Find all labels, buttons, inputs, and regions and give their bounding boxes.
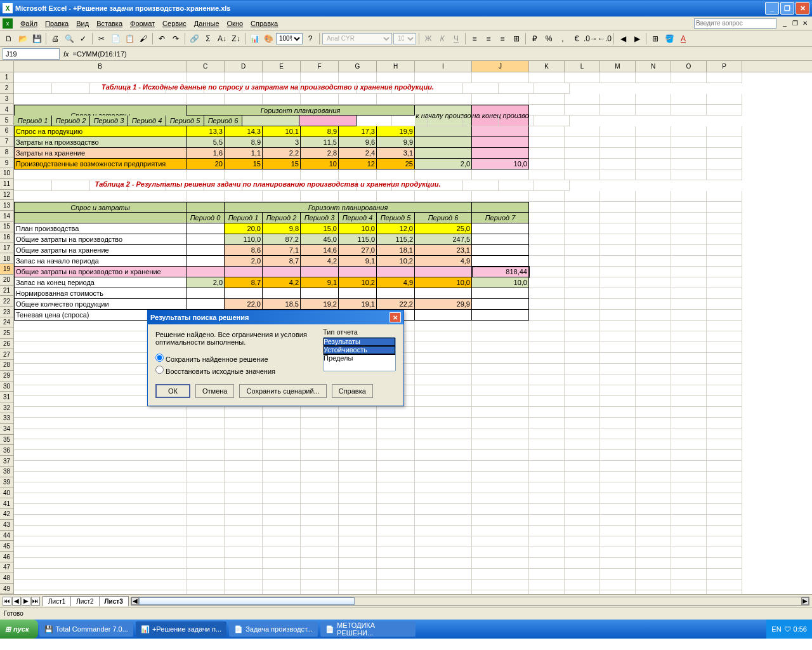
t2-row-7-label[interactable]: Общее колчество продукции [14,299,187,310]
t2-row-2-p7[interactable] [472,245,529,256]
t2-row-6-v2[interactable] [301,288,339,299]
t2-row-4-label[interactable]: Общие затраты на производство и хранение [14,267,187,277]
sort-asc-icon[interactable]: A↓ [216,32,228,45]
tab-sheet1[interactable]: Лист1 [43,596,71,606]
t2-row-7-v0[interactable]: 22,0 [225,299,263,310]
t1-row-0-v0[interactable]: 13,3 [187,126,225,137]
t1-period-3[interactable]: Период 3 [90,116,128,126]
t2-row-4-v5[interactable] [415,267,472,277]
t1-row-1-v0[interactable]: 5,5 [187,137,225,148]
cancel-button[interactable]: Отмена [195,384,234,398]
t2-period-5[interactable]: Период 5 [377,213,415,223]
t2-period-3[interactable]: Период 3 [301,213,339,223]
t2-row-2-v1[interactable]: 7,1 [263,245,301,256]
t2-row-0-v4[interactable]: 12,0 [377,223,415,234]
row-header-16[interactable]: 16 [0,232,14,243]
row-header-12[interactable]: 12 [0,190,14,201]
row-header-30[interactable]: 30 [0,381,14,392]
row-header-9[interactable]: 9 [0,157,14,168]
row-header-27[interactable]: 27 [0,349,14,360]
t2-row-7-v3[interactable]: 19,1 [339,299,377,310]
start-button[interactable]: ⊞пуск [0,620,38,639]
row-header-10[interactable]: 10 [0,168,14,179]
t2-period-4[interactable]: Период 4 [339,213,377,223]
row-header-28[interactable]: 28 [0,360,14,371]
t2-row-4-p7[interactable]: 818,44 [472,267,529,277]
t2-row-6-v5[interactable] [415,288,472,299]
t1-row-2-v0[interactable]: 1,6 [187,148,225,159]
row-header-49[interactable]: 49 [0,584,14,595]
t2-row-1-v0[interactable]: 110,0 [225,234,263,245]
align-right-icon[interactable]: ≡ [496,32,509,45]
preview-icon[interactable]: 🔍 [63,32,75,45]
dec-decimal-icon[interactable]: ←.0 [598,32,611,45]
tab-nav-first[interactable]: ⏮ [3,597,11,606]
dialog-titlebar[interactable]: Результаты поиска решения ✕ [148,310,403,324]
row-header-11[interactable]: 11 [0,179,14,190]
print-icon[interactable]: 🖨 [49,32,62,45]
menu-insert[interactable]: Вставка [93,18,126,29]
drawing-icon[interactable]: 🎨 [262,32,275,45]
tab-sheet3[interactable]: Лист3 [99,596,129,606]
t1-row-1-v2[interactable]: 3 [263,137,301,148]
row-header-7[interactable]: 7 [0,136,14,147]
t2-row-4-v3[interactable] [339,267,377,277]
col-header-P[interactable]: P [707,61,742,72]
col-header-G[interactable]: G [339,61,377,72]
t2-row-4-v0[interactable] [225,267,263,277]
t1-row-3-v3[interactable]: 10 [301,159,339,169]
t1-row-1-v1[interactable]: 8,9 [225,137,263,148]
zoom-select[interactable]: 100% [276,33,303,44]
t2-row-3-v3[interactable]: 9,1 [339,256,377,267]
row-header-5[interactable]: 5 [0,115,14,126]
t2-row-5-v3[interactable]: 10,2 [339,277,377,288]
t2-row-6-p7[interactable] [472,288,529,299]
horizontal-scrollbar[interactable]: ◀ ▶ [131,597,809,606]
scroll-left-arrow[interactable]: ◀ [131,597,139,605]
t1-row-2-label[interactable]: Затраты на хранение [14,148,187,159]
t2-row-1-p7[interactable] [472,234,529,245]
t2-row-2-v4[interactable]: 18,1 [377,245,415,256]
t1-period-6[interactable]: Период 6 [204,116,242,126]
col-header-L[interactable]: L [565,61,600,72]
menu-window[interactable]: Окно [223,18,247,29]
row-header-46[interactable]: 46 [0,552,14,562]
t2-row-5-v2[interactable]: 9,1 [301,277,339,288]
bold-icon[interactable]: Ж [422,32,435,45]
t2-row-5-v1[interactable]: 4,2 [263,277,301,288]
t2-row-0-label[interactable]: План производства [14,223,187,234]
menu-file[interactable]: Файл [16,18,41,29]
t2-row-4-v4[interactable] [377,267,415,277]
font-size-select[interactable]: 10 [393,33,416,44]
t1-zn-value[interactable]: 2,0 [415,159,472,169]
col-header-H[interactable]: H [377,61,415,72]
comma-icon[interactable]: , [556,32,569,45]
row-header-34[interactable]: 34 [0,424,14,435]
t2-row-5-p0[interactable]: 2,0 [187,277,225,288]
row-header-47[interactable]: 47 [0,562,14,573]
t2-row-3-v5[interactable]: 4,9 [415,256,472,267]
col-header-B[interactable]: B [14,61,187,72]
t2-row-4-v2[interactable] [301,267,339,277]
t2-row-1-p0[interactable] [187,234,225,245]
t2-period-6[interactable]: Период 6 [415,213,472,223]
minimize-button[interactable]: _ [765,2,779,15]
t1-row-0-v3[interactable]: 8,9 [301,126,339,137]
menu-format[interactable]: Формат [126,18,159,29]
menu-help[interactable]: Справка [247,18,282,29]
t2-row-7-v1[interactable]: 18,5 [263,299,301,310]
t2-row-3-p7[interactable] [472,256,529,267]
tab-nav-last[interactable]: ⏭ [31,597,40,606]
row-header-44[interactable]: 44 [0,531,14,541]
font-color-icon[interactable]: A [677,32,690,45]
t2-row-7-p7[interactable] [472,299,529,310]
t1-row-0-v1[interactable]: 14,3 [225,126,263,137]
row-header-25[interactable]: 25 [0,328,14,339]
t1-row-0-label[interactable]: Спрос на продукцию [14,126,187,137]
copy-icon[interactable]: 📄 [109,32,122,45]
t2-period-7[interactable]: Период 7 [472,213,529,223]
row-header-45[interactable]: 45 [0,541,14,552]
t1-row-2-v3[interactable]: 2,8 [301,148,339,159]
row-header-2[interactable]: 2 [0,83,14,94]
t2-row-2-v5[interactable]: 23,1 [415,245,472,256]
